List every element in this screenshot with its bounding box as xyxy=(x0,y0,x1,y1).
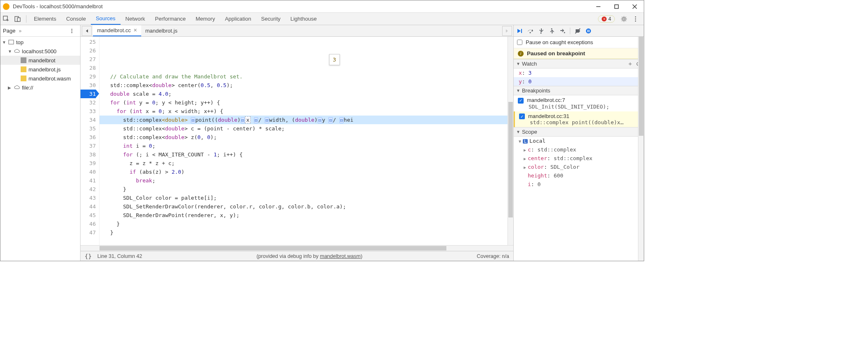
watch-section-header[interactable]: ▼Watch ＋ ⟳ xyxy=(514,59,644,69)
panel-tab-lighthouse[interactable]: Lighthouse xyxy=(285,13,322,25)
chrome-favicon xyxy=(3,3,9,10)
panel-tab-security[interactable]: Security xyxy=(256,13,285,25)
code-line[interactable]: std::complex<double> ⊟point((double)⊟x ⊟… xyxy=(100,116,508,124)
code-line[interactable]: for (; i < MAX_ITER_COUNT - 1; i++) { xyxy=(100,150,508,159)
panel-tab-performance[interactable]: Performance xyxy=(150,13,190,25)
file-tab-mandelbrot-cc[interactable]: mandelbrot.cc ✕ xyxy=(93,25,141,36)
main-toolbar: ElementsConsoleSourcesNetworkPerformance… xyxy=(0,13,644,25)
debug-source-link[interactable]: mandelbrot.wasm xyxy=(320,253,361,259)
panel-tab-memory[interactable]: Memory xyxy=(191,13,220,25)
code-line[interactable]: } xyxy=(100,220,508,228)
pause-on-caught-checkbox[interactable] xyxy=(517,40,522,45)
code-line[interactable]: std::complex<double> z(0, 0); xyxy=(100,133,508,142)
svg-point-19 xyxy=(564,32,565,33)
scope-variable[interactable]: ▶height: 600 xyxy=(514,171,644,180)
navigator-more-tabs[interactable]: » xyxy=(19,28,66,34)
cloud-icon xyxy=(14,48,20,54)
editor-horizontal-scrollbar[interactable] xyxy=(100,246,508,251)
maximize-button[interactable] xyxy=(607,0,626,13)
panel-tab-sources[interactable]: Sources xyxy=(91,13,121,25)
code-line[interactable]: // Calculate and draw the Mandelbrot set… xyxy=(100,72,508,81)
inspect-element-icon[interactable] xyxy=(1,14,12,24)
code-editor[interactable]: 3 // Calculate and draw the Mandelbrot s… xyxy=(100,37,508,245)
code-line[interactable]: std::complex<double> c = (point - center… xyxy=(100,124,508,133)
code-line[interactable]: SDL_Color color = palette[i]; xyxy=(100,194,508,202)
resume-icon[interactable] xyxy=(515,27,524,35)
svg-point-10 xyxy=(635,20,636,21)
scope-local[interactable]: ▼LLocal xyxy=(514,137,644,145)
step-into-icon[interactable] xyxy=(537,27,545,35)
nav-next-icon[interactable] xyxy=(502,26,512,36)
breakpoints-section-header[interactable]: ▼Breakpoints xyxy=(514,86,644,95)
step-out-icon[interactable] xyxy=(548,27,556,35)
code-line[interactable]: int i = 0; xyxy=(100,142,508,150)
device-toolbar-icon[interactable] xyxy=(12,14,23,24)
panel-tab-application[interactable]: Application xyxy=(220,13,256,25)
panel-tab-elements[interactable]: Elements xyxy=(29,13,61,25)
tree-domain[interactable]: ▼ localhost:5000 xyxy=(0,47,80,56)
code-line[interactable]: if (abs(z) > 2.0) xyxy=(100,168,508,176)
code-line[interactable]: SDL_SetRenderDrawColor(renderer, color.r… xyxy=(100,202,508,211)
file-tab-mandelbrot-js[interactable]: mandelbrot.js xyxy=(141,25,182,36)
wasm-icon xyxy=(21,76,26,81)
settings-icon[interactable] xyxy=(619,14,629,24)
pretty-print-icon[interactable]: {} xyxy=(85,253,92,260)
editor-vertical-scrollbar[interactable] xyxy=(508,37,513,245)
code-line[interactable]: break; xyxy=(100,176,508,185)
pause-exceptions-icon[interactable] xyxy=(584,27,593,35)
tree-file-mandelbrot[interactable]: mandelbrot xyxy=(0,56,80,65)
window-title: DevTools - localhost:5000/mandelbrot xyxy=(13,3,589,9)
panel-tab-console[interactable]: Console xyxy=(61,13,91,25)
code-line[interactable]: SDL_RenderDrawPoint(renderer, x, y); xyxy=(100,211,508,220)
nav-prev-icon[interactable] xyxy=(82,26,92,36)
close-icon[interactable]: ✕ xyxy=(133,28,137,33)
code-line[interactable]: z = z * z + c; xyxy=(100,159,508,168)
step-icon[interactable] xyxy=(558,27,567,35)
breakpoint-checkbox[interactable]: ✓ xyxy=(518,98,524,104)
scope-variable[interactable]: ▶i: 0 xyxy=(514,180,644,189)
tree-file-mandelbrot-wasm[interactable]: mandelbrot.wasm xyxy=(0,74,80,83)
error-badge[interactable]: × 4 xyxy=(598,15,615,23)
close-button[interactable] xyxy=(626,0,644,13)
svg-point-12 xyxy=(71,30,72,31)
scope-variable[interactable]: ▶center: std::complex xyxy=(514,154,644,163)
navigator-header: Page » xyxy=(0,25,80,37)
line-gutter[interactable]: 2526272829303132333435363738394041424344… xyxy=(81,37,100,245)
breakpoint-item[interactable]: ✓mandelbrot.cc:7SDL_Init(SDL_INIT_VIDEO)… xyxy=(514,95,644,111)
tree-file-mandelbrot-js[interactable]: mandelbrot.js xyxy=(0,65,80,74)
svg-rect-1 xyxy=(615,5,619,8)
code-line[interactable]: for (int y = 0; y < height; y++) { xyxy=(100,98,508,107)
scope-variable[interactable]: ▶c: std::complex xyxy=(514,145,644,154)
minimize-button[interactable] xyxy=(589,0,607,13)
scope-section-header[interactable]: ▼Scope xyxy=(514,127,644,137)
code-line[interactable]: } xyxy=(100,185,508,194)
add-watch-icon[interactable]: ＋ xyxy=(627,60,633,68)
more-icon[interactable] xyxy=(630,14,641,24)
scope-variable[interactable]: ▶color: SDL_Color xyxy=(514,163,644,171)
tree-file-scheme[interactable]: ▶ file:// xyxy=(0,83,80,92)
code-line[interactable]: double scale = 4.0; xyxy=(100,90,508,98)
error-count: 4 xyxy=(608,16,611,22)
frame-icon xyxy=(8,39,14,45)
debugger-scrollbar[interactable] xyxy=(638,37,644,261)
panel-tab-network[interactable]: Network xyxy=(121,13,150,25)
code-line[interactable]: } xyxy=(100,228,508,237)
code-line[interactable] xyxy=(100,237,508,245)
value-tooltip: 3 xyxy=(329,54,340,65)
navigator-menu-icon[interactable] xyxy=(66,26,77,36)
deactivate-breakpoints-icon[interactable] xyxy=(574,27,582,35)
watch-item[interactable]: y: 0 xyxy=(514,77,644,86)
code-line[interactable] xyxy=(100,64,508,72)
info-icon: i xyxy=(518,51,524,57)
code-line[interactable]: for (int x = 0; x < width; x++) { xyxy=(100,107,508,116)
file-tabs: mandelbrot.cc ✕ mandelbrot.js xyxy=(81,25,513,37)
document-icon xyxy=(21,57,26,63)
step-over-icon[interactable] xyxy=(526,27,534,35)
watch-item[interactable]: x: 3 xyxy=(514,69,644,77)
debugger-panel: Pause on caught exceptions i Paused on b… xyxy=(513,25,644,261)
navigator-tab-page[interactable]: Page xyxy=(3,28,15,34)
breakpoint-item[interactable]: ✓mandelbrot.cc:31std::complex point((dou… xyxy=(514,111,644,128)
breakpoint-checkbox[interactable]: ✓ xyxy=(519,113,525,119)
code-line[interactable]: std::complex<double> center(0.5, 0.5); xyxy=(100,81,508,90)
tree-top-frame[interactable]: ▼ top xyxy=(0,38,80,47)
